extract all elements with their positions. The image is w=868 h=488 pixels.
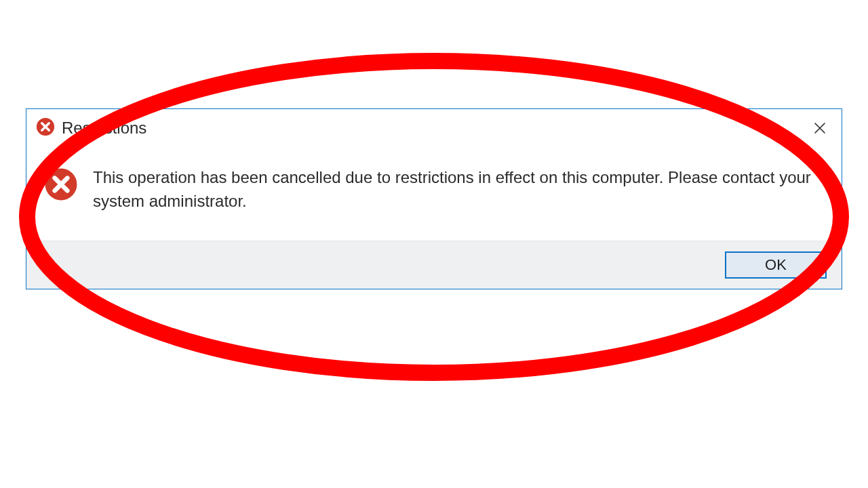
dialog-body: This operation has been cancelled due to… xyxy=(26,147,842,241)
screenshot-stage: Restrictions This operation has been can… xyxy=(0,0,868,488)
dialog-title: Restrictions xyxy=(62,119,808,138)
dialog-message: This operation has been cancelled due to… xyxy=(93,166,812,214)
dialog-footer: OK xyxy=(26,241,842,289)
close-button[interactable] xyxy=(808,116,832,140)
ok-button[interactable]: OK xyxy=(725,251,827,279)
dialog-titlebar: Restrictions xyxy=(26,109,842,147)
error-icon xyxy=(36,117,55,139)
close-icon xyxy=(813,121,827,135)
restrictions-dialog: Restrictions This operation has been can… xyxy=(26,108,842,289)
error-icon xyxy=(44,167,78,204)
